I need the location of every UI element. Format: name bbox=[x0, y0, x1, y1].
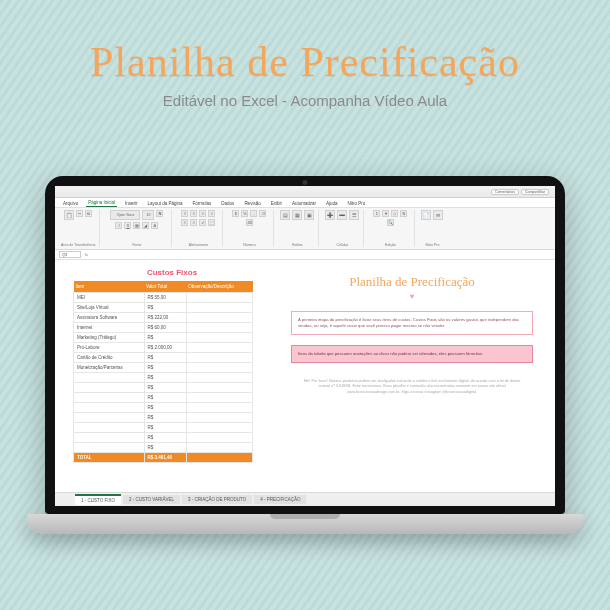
cut-icon[interactable]: ✂ bbox=[76, 210, 83, 217]
cell-item[interactable] bbox=[74, 443, 145, 453]
border-icon[interactable]: ▦ bbox=[133, 222, 140, 229]
cell-obs[interactable] bbox=[186, 373, 252, 383]
paste-icon[interactable]: 📋 bbox=[64, 210, 74, 220]
th-obs[interactable]: Observação/Descrição bbox=[186, 281, 252, 293]
table-row[interactable]: InternetR$ 60,00 bbox=[74, 323, 253, 333]
cell-obs[interactable] bbox=[186, 413, 252, 423]
cell-obs[interactable] bbox=[186, 333, 252, 343]
cell-valor[interactable]: R$ 222,00 bbox=[144, 313, 186, 323]
cell-valor[interactable]: R$ bbox=[144, 393, 186, 403]
costs-table[interactable]: Item Valor Total Observação/Descrição ME… bbox=[73, 281, 253, 463]
tab-inserir[interactable]: Inserir bbox=[123, 200, 140, 207]
tab-revisao[interactable]: Revisão bbox=[242, 200, 262, 207]
dec-dec-icon[interactable]: .00 bbox=[246, 219, 253, 226]
comments-button[interactable]: Comentários bbox=[491, 189, 519, 195]
underline-icon[interactable]: S bbox=[124, 222, 131, 229]
cell-valor[interactable]: R$ 55,00 bbox=[144, 293, 186, 303]
table-row[interactable]: R$ bbox=[74, 433, 253, 443]
table-row[interactable]: R$ bbox=[74, 423, 253, 433]
pdf-share-icon[interactable]: 📄 bbox=[421, 210, 431, 220]
table-row[interactable]: Monetização/ParceriasR$ bbox=[74, 363, 253, 373]
table-row[interactable]: R$ bbox=[74, 373, 253, 383]
tab-nitro[interactable]: Nitro Pro bbox=[345, 200, 367, 207]
cell-obs[interactable] bbox=[186, 443, 252, 453]
cell-valor[interactable]: R$ 60,00 bbox=[144, 323, 186, 333]
align-bot-icon[interactable]: ≡ bbox=[199, 210, 206, 217]
cell-item[interactable]: Pró-Labore bbox=[74, 343, 145, 353]
font-size-select[interactable]: 10 bbox=[142, 210, 154, 220]
cell-item[interactable] bbox=[74, 403, 145, 413]
cell-item[interactable] bbox=[74, 413, 145, 423]
cell-item[interactable] bbox=[74, 383, 145, 393]
cell-valor[interactable]: R$ bbox=[144, 333, 186, 343]
percent-icon[interactable]: % bbox=[241, 210, 248, 217]
cell-item[interactable]: Cartão de Crédito bbox=[74, 353, 145, 363]
cell-item[interactable]: Internet bbox=[74, 323, 145, 333]
cell-obs[interactable] bbox=[186, 303, 252, 313]
cell-obs[interactable] bbox=[186, 323, 252, 333]
sheet-tab-4[interactable]: 4 - PRECIFICAÇÃO bbox=[254, 495, 306, 504]
cell-obs[interactable] bbox=[186, 383, 252, 393]
cell-obs[interactable] bbox=[186, 343, 252, 353]
cell-obs[interactable] bbox=[186, 363, 252, 373]
clear-icon[interactable]: ◇ bbox=[391, 210, 398, 217]
table-row[interactable]: Pró-LaboreR$ 2.000,00 bbox=[74, 343, 253, 353]
cell-item[interactable]: Marketing (Tráfego) bbox=[74, 333, 145, 343]
comma-icon[interactable]: , bbox=[250, 210, 257, 217]
sheet-tab-1[interactable]: 1 - CUSTO FIXO bbox=[75, 494, 121, 505]
cell-item[interactable]: Monetização/Parcerias bbox=[74, 363, 145, 373]
insert-cell-icon[interactable]: ➕ bbox=[325, 210, 335, 220]
cell-item[interactable]: MEI bbox=[74, 293, 145, 303]
tab-formulas[interactable]: Fórmulas bbox=[191, 200, 214, 207]
cell-valor[interactable]: R$ 2.000,00 bbox=[144, 343, 186, 353]
table-row[interactable]: MEIR$ 55,00 bbox=[74, 293, 253, 303]
tab-layout[interactable]: Layout da Página bbox=[146, 200, 185, 207]
autosum-icon[interactable]: Σ bbox=[373, 210, 380, 217]
tab-ajuda[interactable]: Ajuda bbox=[324, 200, 340, 207]
fill-color-icon[interactable]: ◢ bbox=[142, 222, 149, 229]
cell-valor[interactable]: R$ bbox=[144, 433, 186, 443]
tab-automatizar[interactable]: Automatizar bbox=[290, 200, 318, 207]
cell-valor[interactable]: R$ bbox=[144, 353, 186, 363]
cell-valor[interactable]: R$ bbox=[144, 443, 186, 453]
align-top-icon[interactable]: ≡ bbox=[181, 210, 188, 217]
pdf-email-icon[interactable]: ✉ bbox=[433, 210, 443, 220]
cell-item[interactable] bbox=[74, 423, 145, 433]
align-mid-icon[interactable]: ≡ bbox=[190, 210, 197, 217]
cell-item[interactable] bbox=[74, 393, 145, 403]
table-row[interactable]: Site/Loja VirtualR$ bbox=[74, 303, 253, 313]
name-box[interactable]: Q3 bbox=[59, 251, 81, 258]
cell-valor[interactable]: R$ bbox=[144, 303, 186, 313]
table-row[interactable]: R$ bbox=[74, 383, 253, 393]
font-color-icon[interactable]: A bbox=[151, 222, 158, 229]
italic-icon[interactable]: I bbox=[115, 222, 122, 229]
copy-icon[interactable]: ⧉ bbox=[85, 210, 92, 217]
currency-icon[interactable]: $ bbox=[232, 210, 239, 217]
bold-icon[interactable]: N bbox=[156, 210, 163, 217]
cell-item[interactable] bbox=[74, 433, 145, 443]
cell-obs[interactable] bbox=[186, 433, 252, 443]
table-row[interactable]: R$ bbox=[74, 413, 253, 423]
tab-dados[interactable]: Dados bbox=[219, 200, 236, 207]
tab-pagina-inicial[interactable]: Página Inicial bbox=[86, 199, 117, 207]
sheet-tab-3[interactable]: 3 - CRIAÇÃO DE PRODUTO bbox=[182, 495, 252, 504]
table-row[interactable]: R$ bbox=[74, 443, 253, 453]
cell-obs[interactable] bbox=[186, 393, 252, 403]
th-item[interactable]: Item bbox=[74, 281, 145, 293]
tab-arquivo[interactable]: Arquivo bbox=[61, 200, 80, 207]
align-center-icon[interactable]: ≡ bbox=[181, 219, 188, 226]
cell-item[interactable]: Site/Loja Virtual bbox=[74, 303, 145, 313]
sheet-tab-2[interactable]: 2 - CUSTO VARIÁVEL bbox=[123, 495, 180, 504]
fx-icon[interactable]: fx bbox=[85, 252, 88, 257]
cell-obs[interactable] bbox=[186, 313, 252, 323]
cell-item[interactable]: Assinatura Software bbox=[74, 313, 145, 323]
align-right-icon[interactable]: ≡ bbox=[190, 219, 197, 226]
cell-valor[interactable]: R$ bbox=[144, 403, 186, 413]
cell-valor[interactable]: R$ bbox=[144, 413, 186, 423]
align-left-icon[interactable]: ≡ bbox=[208, 210, 215, 217]
table-row[interactable]: Cartão de CréditoR$ bbox=[74, 353, 253, 363]
cell-valor[interactable]: R$ bbox=[144, 363, 186, 373]
cell-obs[interactable] bbox=[186, 423, 252, 433]
inc-dec-icon[interactable]: .0 bbox=[259, 210, 266, 217]
th-valor[interactable]: Valor Total bbox=[144, 281, 186, 293]
